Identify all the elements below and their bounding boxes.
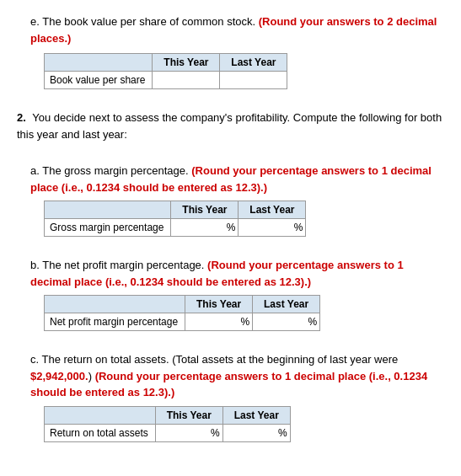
a-row-label: Gross margin percentage <box>45 219 171 237</box>
c-this-year-pct: % <box>211 427 222 439</box>
c-description-part1: The return on total assets. (Total asset… <box>42 353 399 366</box>
c-last-year-pct-cell: % <box>223 425 290 441</box>
b-prefix: b. <box>30 259 40 271</box>
a-last-year-pct: % <box>294 222 306 233</box>
b-last-year-input[interactable] <box>253 313 308 330</box>
c-this-year-header: This Year <box>155 406 222 424</box>
c-this-year-pct-cell: % <box>156 425 222 441</box>
c-this-year-input-cell: % <box>155 424 222 441</box>
c-row-label: Return on total assets <box>45 424 156 441</box>
b-table-container: This Year Last Year Net profit margin pe… <box>17 295 444 331</box>
a-this-year-header: This Year <box>171 201 239 219</box>
b-this-year-header: This Year <box>185 296 253 313</box>
a-this-year-pct: % <box>227 222 239 233</box>
b-this-year-input[interactable] <box>185 313 240 330</box>
b-this-year-pct-cell: % <box>185 313 252 330</box>
section-a-label: a. The gross margin percentage. (Round y… <box>17 163 444 195</box>
a-this-year-input-cell: % <box>171 219 239 237</box>
e-table: This Year Last Year Book value per share <box>44 53 287 89</box>
a-last-year-input-cell: % <box>239 219 306 237</box>
section-e-label: e. The book value per share of common st… <box>17 13 444 46</box>
e-row-label: Book value per share <box>45 72 153 89</box>
a-table-container: This Year Last Year Gross margin percent… <box>17 201 444 237</box>
e-this-year-input-cell <box>153 72 220 89</box>
e-empty-header <box>45 54 153 72</box>
c-last-year-input[interactable] <box>223 425 278 441</box>
a-last-year-pct-cell: % <box>239 219 305 236</box>
b-table-row: Net profit margin percentage % % <box>45 313 320 331</box>
b-last-year-pct-cell: % <box>253 313 319 330</box>
a-table: This Year Last Year Gross margin percent… <box>44 201 306 237</box>
b-empty-header <box>45 296 185 313</box>
e-table-container: This Year Last Year Book value per share <box>17 53 444 89</box>
c-last-year-header: Last Year <box>222 406 290 424</box>
e-last-year-input[interactable] <box>220 72 287 88</box>
e-last-year-header: Last Year <box>220 54 287 72</box>
q2-number: 2. <box>17 111 26 124</box>
q2-description: You decide next to assess the company's … <box>17 111 442 141</box>
c-table: This Year Last Year Return on total asse… <box>44 406 291 442</box>
e-table-row: Book value per share <box>45 72 287 89</box>
c-empty-header <box>45 406 156 424</box>
a-prefix: a. <box>30 164 40 177</box>
a-last-year-header: Last Year <box>239 201 306 219</box>
a-this-year-input[interactable] <box>171 219 226 236</box>
c-prefix: c. <box>30 353 39 366</box>
section-b: b. The net profit margin percentage. (Ro… <box>17 257 444 331</box>
section-e: e. The book value per share of common st… <box>17 13 444 89</box>
b-last-year-input-cell: % <box>253 313 320 331</box>
a-last-year-input[interactable] <box>239 219 293 236</box>
e-description: The book value per share of common stock… <box>42 15 259 28</box>
section-c: c. The return on total assets. (Total as… <box>17 351 444 442</box>
section-a: a. The gross margin percentage. (Round y… <box>17 163 444 237</box>
b-last-year-pct: % <box>308 316 319 328</box>
e-this-year-input[interactable] <box>153 72 219 88</box>
e-prefix: e. <box>30 15 40 28</box>
b-description: The net profit margin percentage. <box>42 259 207 271</box>
a-this-year-pct-cell: % <box>171 219 238 236</box>
e-this-year-header: This Year <box>153 54 220 72</box>
a-empty-header <box>45 201 171 219</box>
a-table-row: Gross margin percentage % % <box>45 219 306 237</box>
b-this-year-input-cell: % <box>185 313 253 331</box>
section-c-label: c. The return on total assets. (Total as… <box>17 351 444 401</box>
c-amount: $2,942,000. <box>30 370 88 382</box>
e-last-year-input-cell <box>220 72 287 89</box>
b-this-year-pct: % <box>240 316 252 328</box>
c-last-year-pct: % <box>278 427 290 439</box>
c-this-year-input[interactable] <box>156 425 211 441</box>
c-table-container: This Year Last Year Return on total asse… <box>17 406 444 442</box>
q2-header: 2. You decide next to assess the company… <box>17 110 444 142</box>
b-row-label: Net profit margin percentage <box>45 313 185 331</box>
c-last-year-input-cell: % <box>222 424 290 441</box>
c-table-row: Return on total assets % % <box>45 424 291 441</box>
section-b-label: b. The net profit margin percentage. (Ro… <box>17 257 444 290</box>
b-table: This Year Last Year Net profit margin pe… <box>44 295 320 331</box>
c-description-part2: ) <box>88 370 95 382</box>
b-last-year-header: Last Year <box>253 296 320 313</box>
a-description: The gross margin percentage. <box>42 164 191 177</box>
